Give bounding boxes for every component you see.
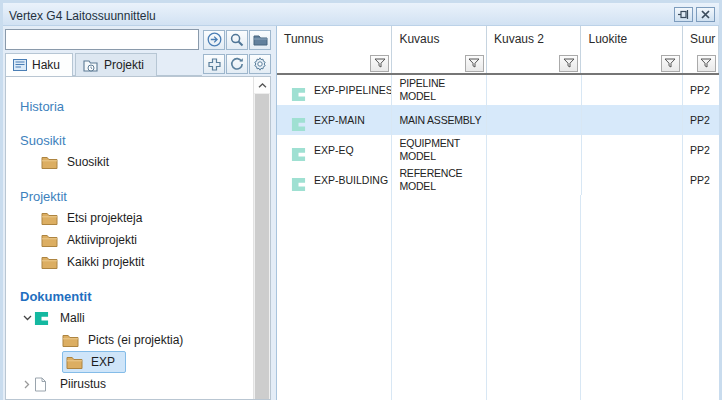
tree-item-picts-ei-projektia-[interactable]: Picts (ei projektia) [6, 329, 253, 351]
cell-luokite [582, 165, 683, 195]
cell-luokite [582, 135, 683, 165]
scrollbar-up-button[interactable] [254, 77, 270, 94]
tree-item-etsi-projekteja[interactable]: Etsi projekteja [6, 207, 253, 229]
open-folder-button[interactable] [249, 30, 271, 50]
cell-suur: PP2 [683, 75, 719, 105]
cell-kuvaus2 [487, 135, 582, 165]
tree-item-label: Etsi projekteja [64, 209, 147, 227]
tree-selection: EXP [62, 351, 126, 373]
filter-cell-1[interactable] [392, 52, 487, 73]
tree-item-label: Piirustus [57, 375, 111, 393]
table-rows: EXP-PIPELINESPIPELINE MODELPP2EXP-MAINMA… [277, 75, 719, 195]
cell-luokite [582, 105, 683, 135]
tab-projekti-label: Projekti [104, 58, 144, 72]
drawing-icon [34, 377, 51, 392]
titlebar: Vertex G4 Laitossuunnittelu [3, 3, 719, 26]
folder-icon [41, 155, 58, 170]
cell-tunnus: EXP-PIPELINES [314, 84, 392, 96]
cell-kuvaus: EQUIPMENT MODEL [392, 135, 487, 165]
model-icon [34, 311, 51, 326]
tree-scrollbar[interactable] [253, 77, 270, 399]
filter-cell-2[interactable] [487, 52, 582, 73]
filter-funnel-button[interactable] [697, 55, 716, 72]
tree-item-aktiiviprojekti[interactable]: Aktiiviprojekti [6, 229, 253, 251]
filter-cell-0[interactable] [277, 52, 392, 73]
pin-icon [678, 10, 689, 19]
add-button[interactable] [203, 54, 225, 74]
chevron-right-icon[interactable] [20, 380, 34, 389]
filter-funnel-button[interactable] [559, 55, 578, 72]
folder-icon [62, 333, 79, 348]
tree-item-malli[interactable]: Malli [6, 307, 253, 329]
tree-item-label: Malli [57, 309, 90, 327]
column-header-kuvaus2[interactable]: Kuvaus 2 [487, 26, 582, 52]
settings-button[interactable] [249, 54, 271, 74]
search-button[interactable] [226, 30, 248, 50]
tree-section-dokumentit[interactable]: Dokumentit [6, 286, 253, 307]
tree-item-exp[interactable]: EXP [6, 351, 253, 373]
tree-item-kaikki-projektit[interactable]: Kaikki projektit [6, 251, 253, 273]
close-button[interactable] [696, 7, 715, 22]
tree-item-label: EXP [88, 353, 120, 371]
tree-section-projektit[interactable]: Projektit [6, 186, 253, 207]
refresh-icon [230, 57, 244, 71]
go-arrow-icon [207, 32, 222, 47]
cell-suur: PP2 [683, 105, 719, 135]
funnel-icon [563, 58, 575, 69]
document-table: Tunnus Kuvaus Kuvaus 2 Luokite Suur EXP-… [276, 26, 719, 400]
tree: HistoriaSuosikitSuosikitProjektitEtsi pr… [6, 77, 253, 399]
tree-section-suosikit[interactable]: Suosikit [6, 130, 253, 151]
list-icon [13, 59, 27, 71]
column-header-kuvaus[interactable]: Kuvaus [392, 26, 487, 52]
window-title: Vertex G4 Laitossuunnittelu [9, 6, 671, 23]
table-empty-area [277, 195, 719, 400]
folder-icon [41, 233, 58, 248]
tree-panel: HistoriaSuosikitSuosikitProjektitEtsi pr… [5, 76, 271, 400]
chevron-down-icon[interactable] [20, 315, 34, 321]
cell-kuvaus: MAIN ASSEMBLY [392, 105, 487, 135]
filter-cell-3[interactable] [581, 52, 683, 73]
folder-icon [66, 355, 83, 370]
tab-projekti[interactable]: Projekti [75, 53, 157, 76]
tree-item-suosikit[interactable]: Suosikit [6, 151, 253, 173]
chevron-up-icon [258, 83, 267, 88]
gear-icon [253, 57, 267, 71]
table-row[interactable]: EXP-MAINMAIN ASSEMBLYPP2 [277, 105, 719, 135]
cell-luokite [582, 75, 683, 105]
scrollbar-thumb[interactable] [255, 94, 269, 399]
filter-funnel-button[interactable] [465, 55, 484, 72]
left-panel: Haku Projekti [3, 26, 273, 400]
table-row[interactable]: EXP-PIPELINESPIPELINE MODELPP2 [277, 75, 719, 105]
pin-button[interactable] [674, 7, 693, 22]
close-icon [701, 10, 710, 19]
funnel-icon [700, 58, 712, 69]
search-input[interactable] [5, 29, 199, 50]
cell-kuvaus2 [487, 105, 582, 135]
tab-haku[interactable]: Haku [5, 53, 73, 76]
column-header-tunnus[interactable]: Tunnus [277, 26, 392, 52]
model-icon [291, 147, 307, 163]
column-header-luokite[interactable]: Luokite [581, 26, 683, 52]
refresh-button[interactable] [226, 54, 248, 74]
table-header: Tunnus Kuvaus Kuvaus 2 Luokite Suur [277, 26, 719, 52]
cell-tunnus: EXP-EQ [314, 144, 354, 156]
tab-buttons [202, 54, 271, 74]
filter-funnel-button[interactable] [370, 55, 389, 72]
funnel-icon [374, 58, 386, 69]
cell-kuvaus: PIPELINE MODEL [392, 75, 487, 105]
search-row [5, 29, 271, 50]
column-header-suur[interactable]: Suur [683, 26, 719, 52]
table-row[interactable]: EXP-BUILDINGREFERENCE MODELPP2 [277, 165, 719, 195]
cell-kuvaus: REFERENCE MODEL [392, 165, 487, 195]
go-button[interactable] [203, 30, 225, 50]
tree-item-label: Picts (ei projektia) [85, 331, 188, 349]
main-area: Haku Projekti [3, 26, 719, 400]
table-row[interactable]: EXP-EQEQUIPMENT MODELPP2 [277, 135, 719, 165]
cell-kuvaus2 [487, 165, 582, 195]
model-icon [291, 177, 307, 193]
tree-item-piirustus[interactable]: Piirustus [6, 373, 253, 395]
app-window: Vertex G4 Laitossuunnittelu [0, 0, 722, 400]
tree-section-historia[interactable]: Historia [6, 96, 253, 117]
filter-funnel-button[interactable] [661, 55, 680, 72]
filter-cell-4[interactable] [683, 52, 719, 73]
